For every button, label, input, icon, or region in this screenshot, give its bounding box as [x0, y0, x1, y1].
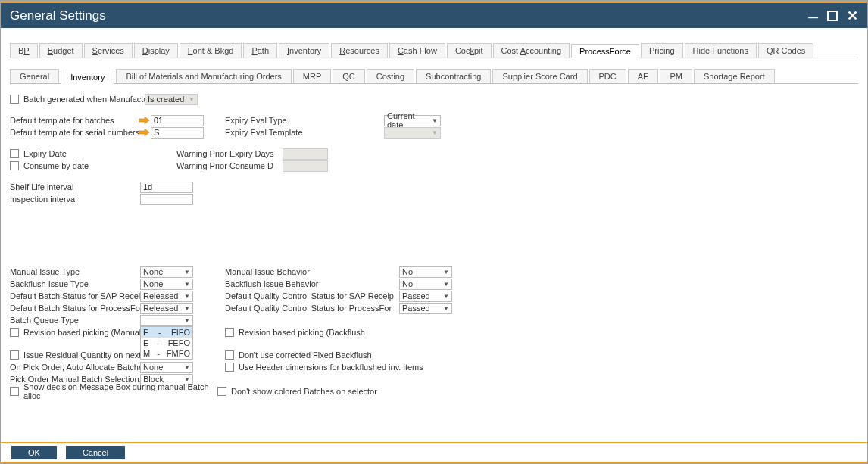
sub-tab-shortage-report[interactable]: Shortage Report	[694, 69, 775, 83]
main-tab-processforce[interactable]: ProcessForce	[571, 44, 639, 58]
batch-queue-type-dropdown[interactable]	[140, 315, 193, 326]
link-arrow-icon[interactable]	[139, 128, 149, 137]
dont-use-corrected-checkbox[interactable]	[225, 350, 234, 360]
batch-generated-dropdown[interactable]: Is created	[145, 94, 198, 105]
revision-picking-manual-checkbox[interactable]	[10, 328, 19, 337]
sub-tab-subcontracting[interactable]: Subcontracting	[416, 69, 491, 83]
manual-issue-behavior-dropdown[interactable]: No	[399, 266, 452, 278]
main-tab-cockpit[interactable]: Cockpit	[447, 43, 492, 58]
warning-prior-expiry-label: Warning Prior Expiry Days	[176, 149, 283, 158]
revision-picking-backflush-label: Revision based picking (Backflush	[239, 328, 398, 337]
link-arrow-icon[interactable]	[139, 116, 149, 125]
on-pick-auto-allocate-dropdown[interactable]: None	[140, 362, 193, 373]
issue-residual-checkbox[interactable]	[10, 350, 19, 360]
backflush-issue-type-dropdown[interactable]: None	[140, 279, 193, 290]
main-tab-qr-codes[interactable]: QR Codes	[758, 43, 813, 58]
inspection-interval-input[interactable]	[140, 194, 193, 205]
close-icon[interactable]	[847, 8, 858, 24]
backflush-issue-behavior-dropdown[interactable]: No	[399, 279, 452, 290]
default-qc-status-sap-label: Default Quality Control Status for SAP R…	[225, 291, 399, 301]
warning-prior-consume-label: Warning Prior Consume D	[176, 161, 283, 170]
maximize-icon[interactable]	[827, 11, 838, 21]
expiry-eval-type-dropdown[interactable]: Current date	[384, 115, 441, 126]
main-tab-budget[interactable]: Budget	[39, 43, 83, 58]
content-area: BPBudgetServicesDisplayFont & BkgdPathIn…	[1, 28, 867, 448]
default-batch-status-sap-label: Default Batch Status for SAP Recei	[10, 291, 140, 301]
default-batch-status-sap-dropdown[interactable]: Released	[140, 291, 193, 302]
sub-tab-inventory[interactable]: Inventory	[61, 70, 114, 84]
batch-queue-dropdown-list: F-FIFOE-FEFOM-FMFO	[140, 326, 193, 360]
default-batch-status-pf-dropdown[interactable]: Released	[140, 303, 193, 314]
default-template-batches-input[interactable]	[151, 115, 204, 126]
default-qc-status-pf-dropdown[interactable]: Passed	[399, 303, 452, 314]
main-tab-bp[interactable]: BP	[10, 43, 38, 58]
expiry-eval-template-dropdown[interactable]	[384, 127, 441, 139]
warning-prior-consume-input[interactable]	[283, 160, 328, 172]
on-pick-auto-allocate-label: On Pick Order, Auto Allocate Batche	[10, 363, 140, 372]
inventory-panel: Batch generated when Manufactu Is create…	[10, 84, 858, 397]
main-tab-pricing[interactable]: Pricing	[641, 43, 683, 58]
sub-tab-ae[interactable]: AE	[628, 69, 659, 83]
consume-by-date-label: Consume by date	[23, 161, 152, 170]
window-title: General Settings	[10, 8, 106, 23]
default-qc-status-pf-label: Default Quality Control Status for Proce…	[225, 304, 399, 313]
sub-tab-supplier-score-card[interactable]: Supplier Score Card	[492, 69, 587, 83]
batch-generated-checkbox[interactable]	[10, 95, 19, 104]
revision-picking-backflush-checkbox[interactable]	[225, 328, 234, 337]
sub-tab-qc[interactable]: QC	[333, 69, 365, 83]
manual-issue-type-label: Manual Issue Type	[10, 267, 140, 276]
batch-queue-option-fefo[interactable]: E-FEFO	[141, 338, 192, 348]
sub-tab-mrp[interactable]: MRP	[293, 69, 331, 83]
use-header-dimensions-checkbox[interactable]	[225, 363, 234, 372]
expiry-eval-template-label: Expiry Eval Template	[225, 128, 384, 137]
main-tab-services[interactable]: Services	[84, 43, 133, 58]
shelf-life-input[interactable]	[140, 182, 193, 193]
dont-show-colored-label: Don't show colored Batches on selector	[231, 387, 377, 396]
consume-by-date-checkbox[interactable]	[10, 161, 19, 170]
main-tab-cost-accounting[interactable]: Cost Accounting	[493, 43, 570, 58]
main-tab-row: BPBudgetServicesDisplayFont & BkgdPathIn…	[10, 43, 858, 58]
sub-tab-bill-of-materials-and-manufacturing-orders[interactable]: Bill of Materials and Manufacturing Orde…	[116, 69, 291, 83]
minimize-icon[interactable]	[808, 8, 818, 23]
bottom-bar: OK Cancel	[1, 442, 867, 463]
default-template-batches-label: Default template for batches	[10, 116, 139, 125]
show-decision-msgbox-label: Show decision Message Box during manual …	[23, 382, 217, 400]
manual-issue-type-dropdown[interactable]: None	[140, 266, 193, 278]
window-controls	[808, 8, 858, 24]
cancel-button[interactable]: Cancel	[66, 446, 125, 459]
backflush-issue-type-label: Backflush Issue Type	[10, 279, 140, 288]
main-tab-cash-flow[interactable]: Cash Flow	[389, 43, 445, 58]
expiry-eval-type-label: Expiry Eval Type	[225, 116, 384, 125]
title-bar: General Settings	[1, 1, 867, 28]
sub-tab-costing[interactable]: Costing	[367, 69, 414, 83]
sub-tab-pm[interactable]: PM	[660, 69, 692, 83]
main-tab-display[interactable]: Display	[134, 43, 178, 58]
ok-button[interactable]: OK	[11, 446, 57, 459]
warning-prior-expiry-input[interactable]	[283, 148, 328, 160]
main-tab-path[interactable]: Path	[243, 43, 277, 58]
batch-queue-type-label: Batch Queue Type	[10, 316, 140, 325]
batch-queue-option-fifo[interactable]: F-FIFO	[141, 327, 192, 338]
dont-show-colored-checkbox[interactable]	[217, 387, 226, 396]
use-header-dimensions-label: Use Header dimensions for backflushed in…	[239, 363, 451, 372]
expiry-date-checkbox[interactable]	[10, 149, 19, 158]
main-tab-inventory[interactable]: Inventory	[279, 43, 329, 58]
issue-residual-label: Issue Residual Quantity on next G	[23, 350, 140, 360]
main-tab-hide-functions[interactable]: Hide Functions	[685, 43, 757, 58]
expiry-date-label: Expiry Date	[23, 149, 152, 158]
main-tab-font-bkgd[interactable]: Font & Bkgd	[180, 43, 242, 58]
batch-generated-label: Batch generated when Manufactu	[23, 95, 145, 104]
default-qc-status-sap-dropdown[interactable]: Passed	[399, 291, 452, 302]
sub-tab-general[interactable]: General	[10, 69, 59, 83]
default-template-serial-input[interactable]	[151, 127, 204, 139]
main-tab-resources[interactable]: Resources	[331, 43, 388, 58]
sub-tab-row: GeneralInventoryBill of Materials and Ma…	[10, 69, 858, 84]
manual-issue-behavior-label: Manual Issue Behavior	[225, 267, 399, 276]
dont-use-corrected-label: Don't use corrected Fixed Backflush	[239, 350, 436, 360]
default-batch-status-pf-label: Default Batch Status for ProcessForce	[10, 304, 140, 313]
sub-tab-pdc[interactable]: PDC	[589, 69, 626, 83]
show-decision-msgbox-checkbox[interactable]	[10, 387, 19, 396]
revision-picking-manual-label: Revision based picking (Manual)	[23, 328, 140, 337]
backflush-issue-behavior-label: Backflush Issue Behavior	[225, 279, 399, 288]
batch-queue-option-fmfo[interactable]: M-FMFO	[141, 348, 192, 359]
